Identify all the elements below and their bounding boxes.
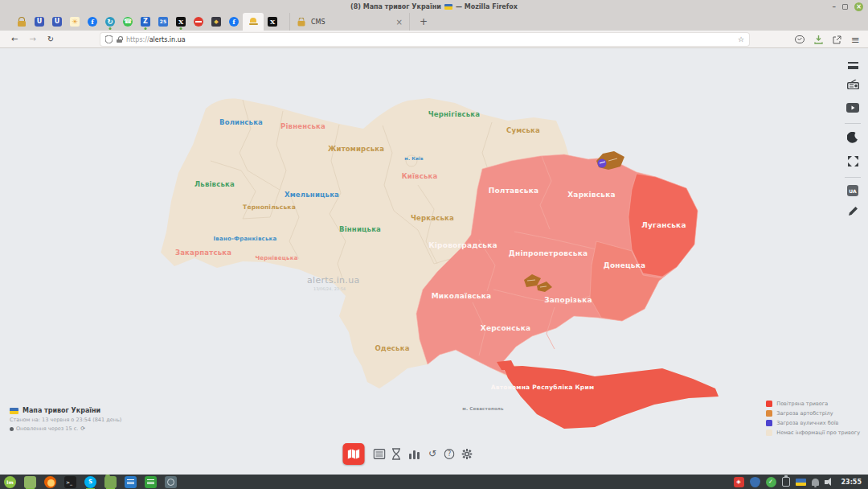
clipboard-tray-icon[interactable] [782, 477, 790, 487]
city-label-kyiv: м. Київ [404, 156, 424, 161]
pinned-tab-sync[interactable]: ↻ [101, 13, 119, 31]
status-refresh: Оновлення через 15 с. [16, 425, 78, 432]
z-icon: Z [141, 17, 150, 27]
mint-menu-button[interactable]: lm [4, 476, 16, 488]
region-label: Хмельницька [285, 191, 339, 199]
back-button[interactable]: ← [11, 35, 18, 43]
help-button[interactable]: ? [444, 449, 455, 459]
region-label: Луганська [641, 221, 686, 229]
language-ua-button[interactable]: UA [847, 185, 858, 196]
writer-taskbar-icon[interactable] [125, 476, 137, 488]
list-view-button[interactable] [374, 449, 386, 459]
url-scheme: https:// [126, 36, 149, 43]
https-lock-icon[interactable] [117, 36, 122, 43]
pinned-tab-whatsapp[interactable]: ☎ [119, 13, 137, 31]
u-icon: U [52, 17, 62, 27]
map-legend: Повітряна тривога Загроза артобстрілу За… [766, 401, 860, 439]
stats-button[interactable] [409, 449, 420, 459]
navigation-bar: ← → ↻ https://alerts.in.ua ☆ ≡ [0, 31, 868, 48]
bookmark-star-icon[interactable]: ☆ [738, 35, 744, 43]
pinned-tab-sun[interactable]: ☀ [66, 13, 84, 31]
tab-cms[interactable]: CMS × [289, 13, 410, 31]
reload-button[interactable]: ↻ [47, 35, 54, 43]
pinned-tab-u2[interactable]: U [48, 13, 66, 31]
lock-icon [17, 17, 27, 27]
notifications-bell-icon[interactable] [812, 479, 819, 486]
region-label: Чернігівська [428, 110, 481, 118]
volume-speaker-icon[interactable] [825, 477, 834, 487]
pinned-tab-shield[interactable]: ◆ [207, 13, 225, 31]
map-watermark: alerts.in.ua [307, 275, 359, 286]
region-label: Житомирська [328, 145, 384, 153]
attention-dot [145, 27, 147, 30]
file-manager-taskbar-icon[interactable] [104, 476, 117, 488]
menu-icon[interactable] [848, 62, 858, 69]
screenshot-taskbar-icon[interactable] [165, 476, 177, 488]
keyboard-layout-ua-flag[interactable] [796, 479, 806, 486]
pinned-tab-lock[interactable] [13, 13, 31, 31]
url-text[interactable]: https://alerts.in.ua [126, 36, 186, 43]
region-label: Івано-Франківська [214, 236, 277, 242]
sync-icon: ↻ [105, 17, 115, 27]
pinned-tab-facebook2[interactable]: f [225, 13, 243, 31]
map-view-button-active[interactable] [343, 443, 365, 465]
pinned-tab-facebook[interactable]: f [84, 13, 101, 31]
divider [845, 123, 861, 124]
fullscreen-icon[interactable] [848, 154, 858, 170]
siren-icon [248, 17, 258, 27]
pinned-tab-x2[interactable]: X [264, 13, 281, 31]
region-label-crimea: Автономна Республіка Крим [491, 384, 594, 391]
history-button[interactable]: ↺ [428, 449, 436, 458]
firewall-tray-icon[interactable] [750, 477, 760, 487]
docs-icon: 25 [158, 17, 168, 27]
attention-dot [180, 27, 182, 30]
restore-button[interactable] [842, 4, 848, 10]
url-bar[interactable]: https://alerts.in.ua ☆ [100, 33, 749, 46]
tracking-protection-icon[interactable] [105, 35, 113, 43]
map-watermark-date: 13/06/24, 23:54 [313, 286, 346, 291]
sun-icon: ☀ [70, 17, 80, 27]
pinned-tab-noentry[interactable] [190, 13, 207, 31]
close-button[interactable]: × [854, 2, 863, 11]
pinned-tab-u1[interactable]: U [31, 13, 48, 31]
region-label: Донецька [604, 261, 646, 269]
firefox-taskbar-icon[interactable] [44, 476, 56, 488]
show-desktop-button[interactable] [24, 476, 36, 488]
settings-gear-button[interactable] [462, 449, 473, 459]
pocket-extension-icon[interactable] [795, 35, 805, 43]
tab-bar: U U ☀ f ↻ ☎ Z 25 X ◆ f X CMS × + [0, 13, 868, 31]
x-icon: X [176, 17, 186, 27]
edit-pencil-icon[interactable] [848, 204, 858, 220]
pinned-tab-x1[interactable]: X [172, 13, 190, 31]
youtube-icon[interactable] [846, 101, 859, 116]
region-label: Полтавська [489, 187, 539, 195]
keepass-tray-icon[interactable]: ◈ [734, 477, 744, 487]
new-tab-button[interactable]: + [420, 16, 428, 27]
download-icon[interactable] [814, 35, 823, 44]
dark-mode-moon-icon[interactable] [847, 131, 858, 146]
refresh-icon[interactable]: ⟳ [80, 425, 85, 432]
minimize-button[interactable]: – [833, 3, 837, 10]
taskbar-clock[interactable]: 23:55 [841, 479, 862, 486]
pinned-tab-docs[interactable]: 25 [154, 13, 172, 31]
region-label: Київська [402, 172, 438, 180]
pinned-tab-alerts-active[interactable] [243, 13, 264, 31]
region-label: Миколаївська [432, 292, 492, 300]
spreadsheet-taskbar-icon[interactable] [145, 476, 157, 488]
radio-icon[interactable] [847, 77, 859, 92]
extension-share-icon[interactable] [833, 35, 841, 44]
legend-color-artillery [766, 410, 772, 417]
forward-button[interactable]: → [29, 35, 35, 43]
facebook-icon: f [229, 17, 239, 27]
menu-hamburger-icon[interactable]: ≡ [851, 35, 860, 45]
u-icon: U [35, 17, 44, 27]
update-ok-tray-icon[interactable]: ✓ [766, 477, 776, 487]
region-label: Чернівецька [255, 255, 297, 261]
tab-close-icon[interactable]: × [396, 18, 403, 27]
window-titlebar: (8) Мапа тривог України — Mozilla Firefo… [0, 0, 868, 13]
hourglass-button[interactable] [391, 448, 401, 460]
city-label-sevastopol: м. Севастополь [462, 406, 504, 411]
skype-taskbar-icon[interactable]: S [84, 476, 96, 488]
pinned-tab-z[interactable]: Z [137, 13, 154, 31]
terminal-taskbar-icon[interactable]: >_ [64, 476, 76, 488]
